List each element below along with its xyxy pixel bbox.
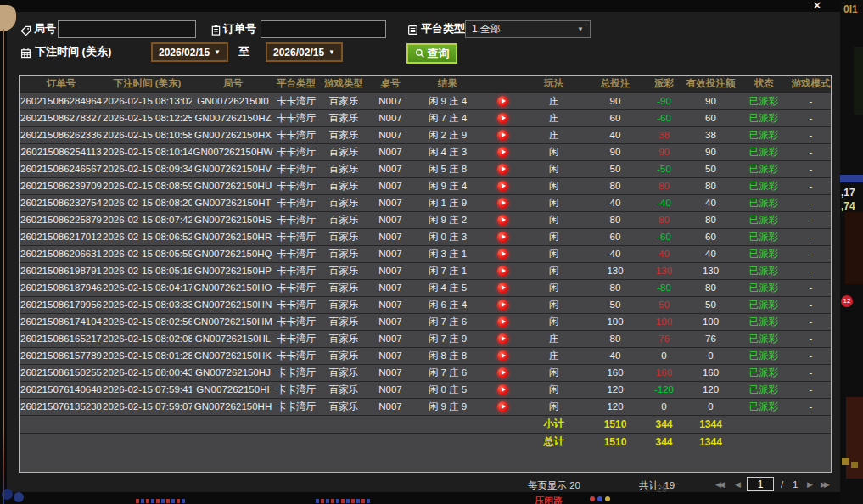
total-bet-sum: 1510 <box>586 433 645 451</box>
date-to-select[interactable]: 2026/02/15 ▼ <box>266 42 343 62</box>
cell-mode: - <box>789 177 832 194</box>
cell-game-type: 百家乐 <box>318 245 369 262</box>
round-number-input[interactable] <box>58 20 196 38</box>
list-icon <box>407 22 418 37</box>
order-number-input[interactable] <box>261 20 386 38</box>
cell-status: 已派彩 <box>738 194 789 211</box>
replay-icon[interactable] <box>497 147 508 158</box>
replay-icon[interactable] <box>497 198 508 209</box>
table-row: 2602150861502552026-02-15 08:00:43GN0072… <box>20 364 832 381</box>
cell-total-bet: 40 <box>586 347 645 364</box>
cell-bet-type: 闲 <box>522 160 586 177</box>
platform-type-select[interactable]: 1.全部 ▼ <box>465 20 591 38</box>
query-button[interactable]: 查询 <box>406 43 457 64</box>
table-row: 2602150862258792026-02-15 08:07:42GN0072… <box>20 211 832 228</box>
cell-order: 260215086262336 <box>20 126 103 143</box>
cell-play <box>484 160 522 177</box>
replay-icon[interactable] <box>497 283 508 294</box>
cell-bet-type: 闲 <box>522 194 586 211</box>
replay-icon[interactable] <box>497 181 508 192</box>
cell-status: 已派彩 <box>738 177 789 194</box>
replay-icon[interactable] <box>497 266 508 277</box>
cell-order: 260215086246567 <box>20 160 103 177</box>
cell-time: 2026-02-15 08:10:14 <box>103 143 192 160</box>
cell-valid-bet: 40 <box>683 245 738 262</box>
cell-order: 260215086157789 <box>20 347 103 364</box>
cell-total-bet: 100 <box>586 313 645 330</box>
round-number-label: 局号 <box>34 21 56 36</box>
table-row: 2602150761352382026-02-15 07:59:07GN0072… <box>20 398 832 415</box>
column-header: 结果 <box>412 76 484 92</box>
background-number-fragment: ,17 <box>841 187 855 199</box>
close-button[interactable]: ✕ <box>807 0 827 13</box>
cell-status: 已派彩 <box>738 228 789 245</box>
cell-time: 2026-02-15 08:08:59 <box>103 177 192 194</box>
cell-total-bet: 120 <box>586 398 645 415</box>
replay-icon[interactable] <box>497 316 508 328</box>
replay-icon[interactable] <box>497 384 508 395</box>
valid-bet-sum: 1344 <box>683 415 738 433</box>
replay-icon[interactable] <box>497 333 508 344</box>
cell-valid-bet: 90 <box>683 143 738 160</box>
cell-result: 闲 7 庄 6 <box>412 364 484 381</box>
cell-round: GN007262150I0 <box>192 92 274 109</box>
cell-status: 已派彩 <box>738 126 789 143</box>
cell-play <box>484 92 522 109</box>
empty-cell <box>274 433 318 451</box>
replay-icon[interactable] <box>497 300 508 311</box>
road-dot <box>597 496 602 501</box>
cell-bet-type: 庄 <box>522 330 586 347</box>
subtotal-row: 小计15103441344 <box>20 415 832 433</box>
cell-time: 2026-02-15 08:04:17 <box>103 279 192 296</box>
cell-order: 260215076135238 <box>20 398 103 415</box>
search-icon <box>415 48 425 59</box>
cell-game-type: 百家乐 <box>318 160 369 177</box>
cell-time: 2026-02-15 08:06:52 <box>103 228 192 245</box>
cell-order: 260215086198791 <box>20 262 103 279</box>
header-row: 订单号下注时间 (美东)局号平台类型游戏类型桌号结果玩法总投注派彩有效投注额状态… <box>20 76 832 92</box>
cell-status: 已派彩 <box>738 109 789 126</box>
replay-icon[interactable] <box>497 367 508 378</box>
table-row: 2602150862783272026-02-15 08:12:25GN0072… <box>20 109 832 126</box>
page-input[interactable] <box>747 477 774 491</box>
column-header <box>484 76 522 92</box>
cell-time: 2026-02-15 08:02:56 <box>103 313 192 330</box>
replay-icon[interactable] <box>497 232 508 243</box>
cell-mode: - <box>789 143 832 160</box>
replay-icon[interactable] <box>497 96 508 107</box>
first-page-button[interactable]: ◀◀ <box>715 480 722 489</box>
cell-total-bet: 60 <box>586 109 645 126</box>
cell-total-bet: 40 <box>586 194 645 211</box>
prev-page-button[interactable]: ◀ <box>735 480 738 489</box>
cell-total-bet: 50 <box>586 160 645 177</box>
background-count-badge: 12 <box>841 295 853 307</box>
cell-payout: 80 <box>645 177 683 194</box>
payout-sum: 344 <box>645 433 683 451</box>
cell-round: GN007262150HH <box>192 398 274 415</box>
table-row: 2602150761406482026-02-15 07:59:41GN0072… <box>20 381 832 398</box>
valid-bet-sum: 1344 <box>683 433 738 451</box>
cell-table-no: N007 <box>369 313 412 330</box>
cell-mode: - <box>789 347 832 364</box>
cell-play <box>484 279 522 296</box>
replay-icon[interactable] <box>497 130 508 141</box>
replay-icon[interactable] <box>497 350 508 361</box>
grand-total-row: 总计15103441344 <box>20 433 832 451</box>
replay-icon[interactable] <box>497 164 508 175</box>
replay-icon[interactable] <box>497 401 508 412</box>
cell-payout: 100 <box>645 313 683 330</box>
replay-icon[interactable] <box>497 113 508 124</box>
cell-total-bet: 60 <box>586 228 645 245</box>
cell-result: 闲 7 庄 6 <box>412 313 484 330</box>
cell-result: 闲 3 庄 1 <box>412 245 484 262</box>
next-page-button[interactable]: ▶ <box>807 480 810 489</box>
cell-status: 已派彩 <box>738 296 789 313</box>
cell-mode: - <box>789 398 832 415</box>
date-from-select[interactable]: 2026/02/15 ▼ <box>151 42 228 62</box>
empty-cell <box>412 433 484 451</box>
cell-game-type: 百家乐 <box>318 126 369 143</box>
cell-payout: -60 <box>645 109 683 126</box>
replay-icon[interactable] <box>497 249 508 260</box>
replay-icon[interactable] <box>497 215 508 226</box>
last-page-button[interactable]: ▶▶ <box>821 480 827 489</box>
